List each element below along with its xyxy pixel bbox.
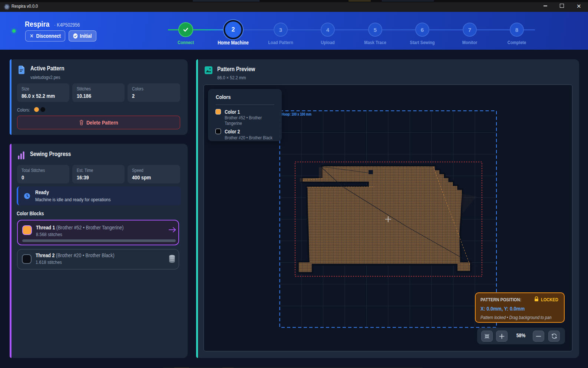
- svg-text:Hoop: 100 x 100 mm: Hoop: 100 x 100 mm: [282, 112, 311, 116]
